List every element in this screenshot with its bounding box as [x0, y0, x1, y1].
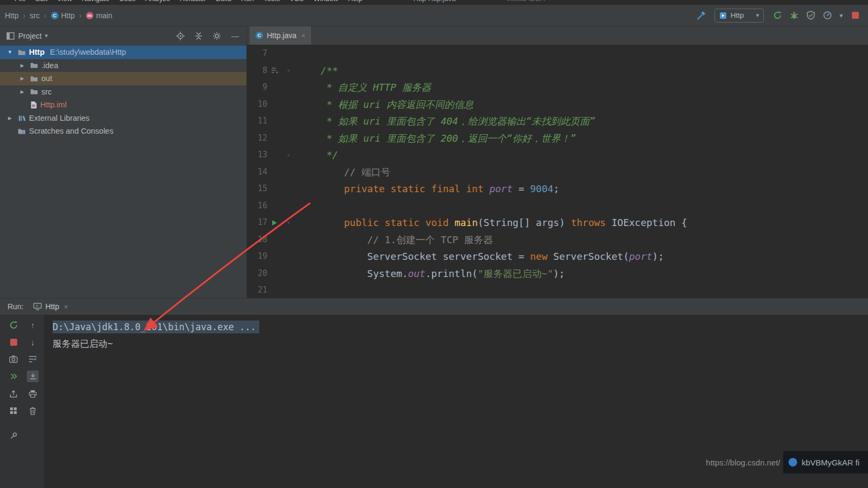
menu-code[interactable]: Code: [114, 0, 141, 4]
console-text: D:\Java\jdk1.8.0_201\bin\java.exe ...: [53, 321, 259, 333]
rerun-icon: [9, 321, 18, 330]
rerun-button[interactable]: [771, 9, 784, 22]
menu-view[interactable]: View: [52, 0, 77, 4]
menu-build[interactable]: Build: [211, 0, 236, 4]
gutter-icons: [267, 248, 282, 265]
project-view-selector[interactable]: Project ▾: [18, 32, 48, 40]
breadcrumb-src-1[interactable]: src: [27, 10, 42, 21]
menu-file[interactable]: File: [10, 0, 31, 4]
menu-navigate[interactable]: Navigate: [77, 0, 114, 4]
target-button[interactable]: [176, 31, 185, 41]
navigation-bar: Http›src›CHttp›mmain Http▾▾: [0, 5, 868, 26]
folder-icon: [30, 62, 38, 69]
menu-refactor[interactable]: Refactor: [175, 0, 211, 4]
bug-icon: [790, 11, 799, 20]
close-icon[interactable]: ×: [64, 303, 68, 311]
tree-item-external-libraries[interactable]: ▶External Libraries: [0, 112, 246, 125]
hide-panel-button[interactable]: —: [230, 31, 240, 41]
tree-item-idea[interactable]: ▶.idea: [0, 59, 246, 72]
stop-button[interactable]: [849, 9, 862, 22]
line-number: 16: [247, 198, 267, 215]
rerun-button[interactable]: [8, 319, 19, 331]
fold-marker-icon[interactable]: ▿: [287, 220, 290, 225]
code-token: new: [530, 251, 548, 262]
console-icon: [33, 303, 42, 310]
method-letter: m: [86, 12, 93, 19]
code-text: */: [297, 147, 338, 164]
breadcrumb-label: src: [30, 11, 40, 20]
gear-button[interactable]: [212, 31, 222, 41]
code-token: [449, 217, 455, 228]
tree-item-out[interactable]: ▶out: [0, 72, 246, 85]
stop-button[interactable]: [8, 336, 19, 348]
grid-button[interactable]: [8, 405, 19, 417]
code-token: main: [455, 217, 478, 228]
tree-item-http-iml[interactable]: Http.iml: [0, 98, 246, 112]
project-panel-icon: [6, 32, 14, 40]
chevron-collapsed-icon[interactable]: ▶: [18, 89, 27, 94]
run-config-combo[interactable]: Http▾: [714, 9, 764, 23]
menu-window[interactable]: Window: [309, 0, 343, 4]
gutter-icons: [267, 198, 282, 215]
breadcrumb-main-3[interactable]: mmain: [83, 10, 115, 21]
breadcrumb-http-2[interactable]: CHttp: [48, 10, 78, 21]
chevron-collapsed-icon[interactable]: ▶: [18, 63, 27, 68]
menu-edit[interactable]: Edit: [31, 0, 52, 4]
camera-button[interactable]: [8, 353, 19, 365]
code-editor[interactable]: 78▿ /**9 * 自定义 HTTP 服务器10 * 根据 uri 内容返回不…: [247, 45, 868, 298]
library-icon: [18, 114, 26, 122]
fold-column: [282, 79, 295, 96]
method-icon: m: [86, 12, 93, 19]
run-gutter-icon[interactable]: [272, 220, 278, 226]
menu-tools[interactable]: Tools: [259, 0, 285, 4]
bug-button[interactable]: [787, 9, 800, 22]
code-line-10: 10 * 根据 uri 内容返回不同的信息: [247, 96, 868, 113]
printer-button[interactable]: [27, 388, 39, 399]
pin-button[interactable]: [8, 429, 19, 441]
breadcrumb: Http›src›CHttp›mmain: [2, 10, 115, 21]
breadcrumb-http-0[interactable]: Http: [2, 10, 21, 21]
close-icon[interactable]: ×: [301, 32, 305, 40]
code-token: port: [629, 251, 652, 262]
breadcrumb-label: Http: [61, 11, 75, 20]
profiler-button[interactable]: [821, 9, 834, 22]
up-button[interactable]: ↑: [27, 319, 39, 331]
code-token: port: [490, 183, 513, 194]
fold-marker-icon[interactable]: ▵: [287, 152, 290, 158]
code-text: public static void main(String[] args) t…: [297, 214, 687, 231]
softwrap-button[interactable]: [27, 353, 39, 365]
run-tab-http[interactable]: Http ×: [30, 298, 71, 315]
chevron-collapsed-icon[interactable]: ▶: [18, 76, 27, 81]
tree-item-http[interactable]: ▼HttpE:\study\webdata\Http: [0, 46, 246, 59]
code-token: [297, 133, 326, 144]
scrollend-button[interactable]: [27, 370, 39, 382]
resume-button[interactable]: [8, 370, 19, 382]
tree-item-scratches-and-consoles[interactable]: Scratches and Consoles: [0, 125, 246, 138]
hammer-button[interactable]: [695, 9, 707, 22]
editor-tab-http-java[interactable]: C Http.java ×: [250, 26, 312, 45]
chevron-expanded-icon[interactable]: ▼: [5, 49, 14, 55]
tree-item-src[interactable]: ▶src: [0, 85, 246, 99]
menu-help[interactable]: Help: [343, 0, 367, 4]
trash-button[interactable]: [27, 405, 39, 417]
menu-analyze[interactable]: Analyze: [141, 0, 175, 4]
fold-marker-icon[interactable]: ▿: [287, 68, 290, 74]
watermark-box: kbVBMyGkAR fi: [783, 451, 868, 474]
chevron-collapsed-icon[interactable]: ▶: [5, 115, 14, 121]
menu-vcs[interactable]: VCS: [285, 0, 309, 4]
project-panel-actions: —: [176, 31, 240, 41]
down-button[interactable]: ↓: [27, 336, 39, 348]
project-panel-title: Project: [18, 32, 42, 40]
run-panel-title: Run:: [8, 302, 24, 311]
export-button[interactable]: [8, 388, 19, 399]
code-line-14: 14 // 端口号: [247, 164, 868, 181]
doc-render-toggle-icon[interactable]: [271, 67, 279, 74]
more-run-options-button[interactable]: ▾: [837, 9, 845, 22]
code-text: * 如果 uri 里面包含了 200，返回一个“你好，世界！”: [297, 130, 576, 147]
collapse-button[interactable]: [194, 31, 203, 41]
coverage-button[interactable]: [804, 9, 817, 22]
menu-run[interactable]: Run: [236, 0, 259, 4]
code-token: /**: [320, 65, 338, 76]
code-line-20: 20 System.out.println("服务器已启动~");: [247, 265, 868, 282]
run-panel-header: Run: Http ×: [0, 298, 868, 315]
